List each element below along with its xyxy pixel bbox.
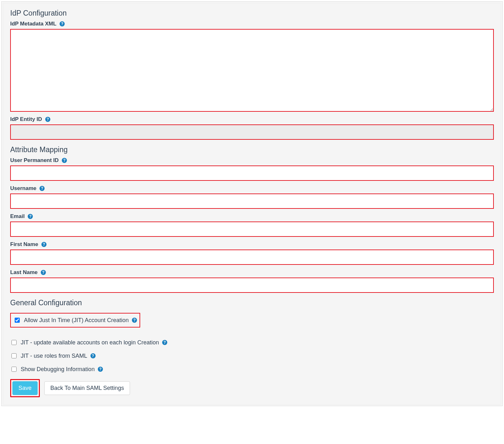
back-button[interactable]: Back To Main SAML Settings (44, 381, 130, 395)
button-row: Save Back To Main SAML Settings (10, 379, 494, 397)
help-icon[interactable]: ? (98, 367, 103, 372)
label-email: Email (10, 213, 25, 220)
input-email[interactable] (10, 222, 494, 237)
field-username: Username ? (10, 185, 494, 209)
label-user-permanent-id: User Permanent ID (10, 157, 59, 164)
label-jit-update: JIT - update available accounts on each … (21, 339, 159, 346)
save-highlight-frame: Save (10, 379, 40, 397)
section-general-config: General Configuration (10, 299, 494, 307)
input-first-name[interactable] (10, 250, 494, 265)
help-icon[interactable]: ? (62, 158, 67, 163)
label-jit-roles: JIT - use roles from SAML (21, 353, 87, 359)
label-last-name: Last Name (10, 269, 38, 276)
label-first-name: First Name (10, 241, 38, 248)
save-button[interactable]: Save (12, 381, 38, 395)
help-icon[interactable]: ? (40, 186, 45, 191)
field-first-name: First Name ? (10, 241, 494, 265)
section-idp-config: IdP Configuration (10, 9, 494, 18)
field-email: Email ? (10, 213, 494, 237)
help-icon[interactable]: ? (41, 242, 47, 247)
checkbox-show-debug[interactable] (11, 367, 17, 372)
help-icon[interactable]: ? (132, 318, 137, 323)
checkbox-row-show-debug[interactable]: Show Debugging Information ? (10, 366, 494, 373)
section-attribute-mapping: Attribute Mapping (10, 145, 494, 154)
label-idp-entity-id: IdP Entity ID (10, 116, 42, 123)
checkbox-row-jit-creation[interactable]: Allow Just In Time (JIT) Account Creatio… (10, 313, 140, 328)
field-idp-entity-id: IdP Entity ID ? (10, 116, 494, 140)
settings-panel: IdP Configuration IdP Metadata XML ? IdP… (3, 3, 501, 405)
label-show-debug: Show Debugging Information (21, 366, 95, 373)
page-frame: IdP Configuration IdP Metadata XML ? IdP… (1, 1, 503, 406)
help-icon[interactable]: ? (45, 117, 50, 122)
help-icon[interactable]: ? (90, 353, 96, 358)
help-icon[interactable]: ? (60, 21, 65, 26)
input-user-permanent-id[interactable] (10, 166, 494, 181)
field-idp-metadata-xml: IdP Metadata XML ? (10, 21, 494, 112)
checkbox-jit-creation[interactable] (15, 318, 20, 323)
checkbox-jit-update[interactable] (11, 340, 17, 345)
label-jit-creation: Allow Just In Time (JIT) Account Creatio… (24, 317, 129, 324)
label-username: Username (10, 185, 36, 192)
input-username[interactable] (10, 194, 494, 209)
input-idp-metadata-xml[interactable] (10, 29, 494, 112)
help-icon[interactable]: ? (28, 214, 33, 219)
help-icon[interactable]: ? (162, 340, 167, 345)
input-idp-entity-id[interactable] (10, 124, 494, 140)
checkbox-jit-roles[interactable] (11, 353, 17, 358)
checkbox-row-jit-update[interactable]: JIT - update available accounts on each … (10, 339, 494, 346)
label-idp-metadata-xml: IdP Metadata XML (10, 21, 56, 27)
help-icon[interactable]: ? (41, 270, 46, 275)
checkbox-row-jit-roles[interactable]: JIT - use roles from SAML ? (10, 352, 494, 359)
input-last-name[interactable] (10, 278, 494, 293)
field-last-name: Last Name ? (10, 269, 494, 293)
field-user-permanent-id: User Permanent ID ? (10, 157, 494, 181)
